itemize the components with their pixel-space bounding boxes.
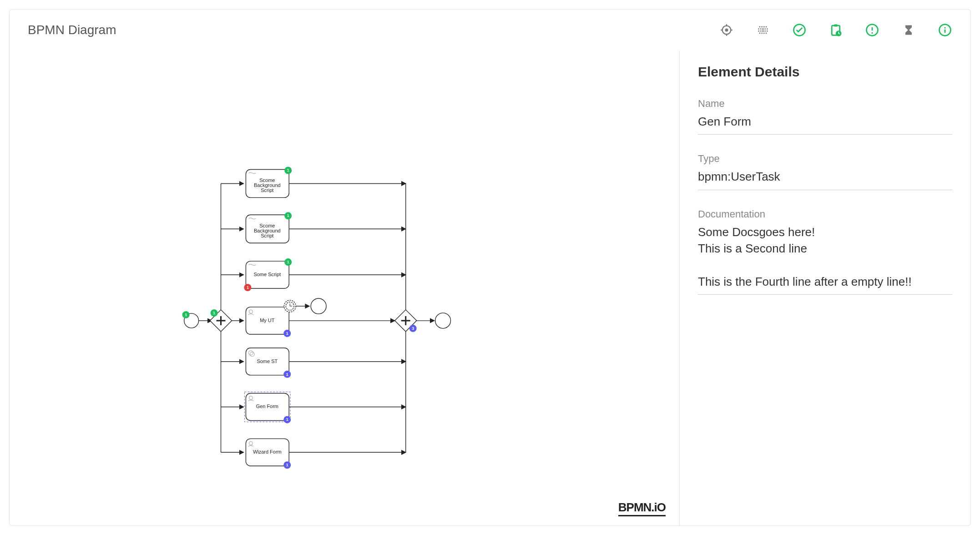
svg-text:1: 1 bbox=[286, 372, 288, 377]
app-frame: BPMN Diagram bbox=[9, 9, 971, 526]
svg-text:Gen Form: Gen Form bbox=[256, 404, 278, 409]
svg-text:1: 1 bbox=[286, 463, 288, 467]
svg-text:1: 1 bbox=[213, 311, 215, 315]
task-gen-form[interactable]: Gen Form 1 bbox=[221, 392, 406, 424]
target-icon[interactable] bbox=[719, 23, 734, 37]
svg-text:1: 1 bbox=[286, 417, 288, 422]
svg-point-18 bbox=[764, 30, 766, 32]
details-panel: Element Details Name Gen Form Type bpmn:… bbox=[679, 50, 970, 525]
svg-point-15 bbox=[758, 30, 759, 32]
svg-text:1: 1 bbox=[185, 313, 187, 317]
field-name: Name Gen Form bbox=[698, 98, 952, 135]
task-my-ut[interactable]: My UT 1 bbox=[232, 298, 394, 337]
svg-text:1: 1 bbox=[286, 331, 288, 336]
details-heading: Element Details bbox=[698, 64, 952, 80]
parallel-gateway-join[interactable]: 3 bbox=[395, 310, 417, 332]
intermediate-event[interactable] bbox=[311, 298, 326, 314]
svg-point-12 bbox=[762, 28, 764, 30]
svg-text:1: 1 bbox=[247, 285, 249, 290]
svg-rect-26 bbox=[834, 25, 838, 27]
diagram-canvas[interactable]: 1 1 3 bbox=[10, 50, 679, 525]
svg-point-22 bbox=[763, 33, 765, 34]
svg-point-10 bbox=[758, 28, 759, 30]
svg-point-21 bbox=[761, 33, 763, 34]
svg-point-9 bbox=[766, 26, 767, 28]
check-circle-icon[interactable] bbox=[792, 23, 807, 37]
end-event[interactable] bbox=[435, 313, 451, 328]
hourglass-icon[interactable] bbox=[901, 23, 916, 37]
task-wizard-form[interactable]: Wizard Form 1 bbox=[221, 439, 406, 469]
name-value[interactable]: Gen Form bbox=[698, 113, 952, 135]
svg-point-11 bbox=[760, 28, 762, 30]
svg-point-6 bbox=[759, 26, 761, 28]
svg-point-1 bbox=[725, 29, 728, 32]
toolbar bbox=[719, 23, 952, 37]
type-label: Type bbox=[698, 153, 952, 165]
svg-point-7 bbox=[761, 26, 763, 28]
svg-text:My UT: My UT bbox=[260, 318, 275, 323]
svg-point-19 bbox=[767, 30, 768, 32]
header: BPMN Diagram bbox=[10, 10, 970, 50]
svg-point-13 bbox=[764, 28, 766, 30]
svg-point-16 bbox=[760, 30, 762, 32]
type-value: bpmn:UserTask bbox=[698, 168, 952, 190]
field-type: Type bpmn:UserTask bbox=[698, 153, 952, 190]
task-scome-bg-1[interactable]: ScomeBackgroundScript 1 bbox=[221, 167, 406, 198]
bpmn-logo: BPMN.iO bbox=[618, 500, 666, 516]
task-some-script[interactable]: Some Script 1 1 bbox=[221, 258, 406, 291]
diagram-svg: 1 1 3 bbox=[10, 50, 679, 525]
svg-point-8 bbox=[763, 26, 765, 28]
svg-point-32 bbox=[944, 27, 945, 28]
svg-text:1: 1 bbox=[287, 260, 289, 264]
svg-text:3: 3 bbox=[412, 326, 414, 331]
clipboard-clock-icon[interactable] bbox=[828, 23, 843, 37]
page-title: BPMN Diagram bbox=[28, 23, 116, 37]
task-scome-bg-2[interactable]: ScomeBackgroundScript 1 bbox=[221, 212, 406, 243]
info-circle-icon[interactable] bbox=[938, 23, 952, 37]
doc-value[interactable]: Some Docsgoes here! This is a Second lin… bbox=[698, 224, 952, 295]
svg-point-14 bbox=[767, 28, 768, 30]
task-some-st[interactable]: Some ST 1 bbox=[221, 348, 406, 378]
svg-point-20 bbox=[759, 33, 761, 34]
svg-text:Wizard Form: Wizard Form bbox=[253, 449, 282, 454]
body: 1 1 3 bbox=[10, 50, 970, 525]
grid-icon[interactable] bbox=[756, 23, 770, 37]
name-label: Name bbox=[698, 98, 952, 110]
parallel-gateway-split[interactable]: 1 bbox=[210, 309, 232, 332]
svg-point-17 bbox=[762, 30, 764, 32]
svg-point-30 bbox=[871, 32, 873, 34]
svg-text:Some Script: Some Script bbox=[253, 272, 281, 277]
alert-circle-icon[interactable] bbox=[865, 23, 879, 37]
svg-point-23 bbox=[766, 33, 767, 34]
svg-text:1: 1 bbox=[287, 213, 289, 218]
doc-label: Documentation bbox=[698, 208, 952, 220]
svg-text:1: 1 bbox=[287, 168, 289, 172]
svg-text:Some ST: Some ST bbox=[257, 358, 278, 364]
field-documentation: Documentation Some Docsgoes here! This i… bbox=[698, 208, 952, 295]
